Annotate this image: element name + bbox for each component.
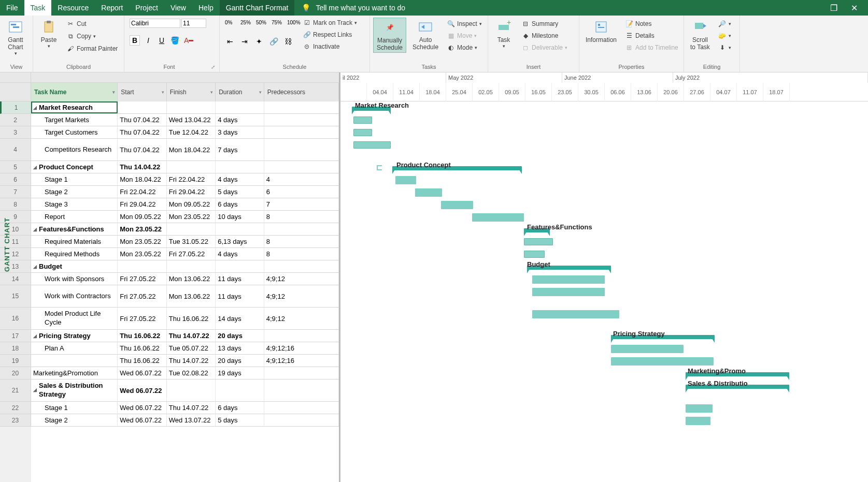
move-button[interactable]: ▦Move ▾ xyxy=(445,31,484,41)
table-cell[interactable] xyxy=(118,260,167,272)
table-cell[interactable] xyxy=(167,161,216,173)
notes-button[interactable]: 📝Notes xyxy=(623,19,680,29)
table-cell[interactable]: Mon 13.06.22 xyxy=(167,273,216,285)
format-painter-button[interactable]: 🖌Format Painter xyxy=(64,43,120,54)
table-cell[interactable]: 6 xyxy=(264,186,339,198)
table-cell[interactable]: Thu 14.07.22 xyxy=(167,355,216,367)
table-cell[interactable]: Fri 27.05.22 xyxy=(118,273,167,285)
table-cell[interactable] xyxy=(264,223,339,235)
row-number[interactable]: 1 xyxy=(0,101,31,114)
table-row[interactable]: Target CustomersThu 07.04.22Tue 12.04.22… xyxy=(31,126,339,139)
task-name-cell[interactable]: Stage 1 xyxy=(31,173,118,185)
table-cell[interactable]: 4 days xyxy=(216,248,264,260)
table-cell[interactable] xyxy=(118,101,167,113)
table-cell[interactable]: 20 days xyxy=(216,355,264,367)
collapse-icon[interactable]: ◢ xyxy=(33,387,37,393)
chevron-down-icon[interactable]: ▾ xyxy=(162,90,164,95)
pct-0-icon[interactable]: 0% xyxy=(225,20,235,30)
table-cell[interactable]: 8 xyxy=(264,248,339,260)
table-row[interactable]: Stage 1Mon 18.04.22Fri 22.04.224 days4 xyxy=(31,173,339,186)
task-name-cell[interactable]: Competitors Research xyxy=(31,139,118,160)
gantt-bar[interactable] xyxy=(532,288,605,296)
table-cell[interactable] xyxy=(216,101,264,113)
table-cell[interactable]: Mon 18.04.22 xyxy=(167,139,216,160)
table-cell[interactable]: 14 days xyxy=(216,308,264,329)
table-cell[interactable]: 4;9;12;16 xyxy=(264,342,339,354)
collapse-icon[interactable]: ◢ xyxy=(33,333,37,339)
table-row[interactable]: Competitors ResearchThu 07.04.22Mon 18.0… xyxy=(31,139,339,161)
information-button[interactable]: Information xyxy=(582,18,620,45)
collapse-icon[interactable]: ◢ xyxy=(33,105,37,110)
tab-file[interactable]: File xyxy=(0,0,24,16)
table-row[interactable]: Stage 1Wed 06.07.22Thu 14.07.226 days xyxy=(31,402,339,414)
mark-on-track-button[interactable]: ☑Mark on Track ▾ xyxy=(301,18,359,28)
col-start[interactable]: Start▾ xyxy=(118,83,167,101)
collapse-icon[interactable]: ◢ xyxy=(33,227,37,232)
table-cell[interactable]: 11 days xyxy=(216,285,264,307)
table-cell[interactable]: Fri 22.04.22 xyxy=(167,173,216,185)
gantt-bar[interactable] xyxy=(353,129,372,136)
close-icon[interactable]: ✕ xyxy=(851,3,858,13)
table-row[interactable]: ◢Sales & Distribution StrategyWed 06.07.… xyxy=(31,379,339,402)
row-number[interactable]: 21 xyxy=(0,379,31,402)
font-size-select[interactable] xyxy=(181,19,206,28)
table-cell[interactable]: Thu 16.06.22 xyxy=(167,308,216,329)
task-name-cell[interactable]: Stage 2 xyxy=(31,186,118,198)
table-cell[interactable]: Mon 09.05.22 xyxy=(167,198,216,210)
table-cell[interactable]: Tue 02.08.22 xyxy=(167,367,216,379)
split-button[interactable]: ✦ xyxy=(254,36,264,47)
task-name-cell[interactable]: ◢Features&Functions xyxy=(31,223,118,235)
table-cell[interactable]: 5 days xyxy=(216,186,264,198)
row-number[interactable]: 4 xyxy=(0,139,31,161)
underline-button[interactable]: U xyxy=(156,35,167,46)
tab-report[interactable]: Report xyxy=(95,0,129,16)
task-name-cell[interactable]: ◢Product Concept xyxy=(31,161,118,173)
table-cell[interactable]: Thu 07.04.22 xyxy=(118,114,167,126)
task-name-cell[interactable]: ◢Sales & Distribution Strategy xyxy=(31,379,118,401)
respect-links-button[interactable]: 🔗Respect Links xyxy=(301,30,359,40)
task-name-cell[interactable]: Stage 3 xyxy=(31,198,118,210)
insert-task-button[interactable]: + Task▾ xyxy=(491,18,516,50)
scroll-to-task-button[interactable]: Scroll to Task xyxy=(687,18,713,52)
table-cell[interactable]: Wed 06.07.22 xyxy=(118,402,167,414)
deliverable-button[interactable]: ◻Deliverable ▾ xyxy=(519,42,570,53)
gantt-bar[interactable] xyxy=(611,345,684,353)
pct-75-icon[interactable]: 75% xyxy=(272,20,282,30)
gantt-bar[interactable] xyxy=(353,116,372,124)
table-cell[interactable]: 4;9;12;16 xyxy=(264,355,339,367)
col-task-name[interactable]: Task Name▾ xyxy=(31,83,118,101)
table-cell[interactable]: 4 xyxy=(264,173,339,185)
row-number[interactable]: 14 xyxy=(0,273,31,285)
table-cell[interactable]: Tue 05.07.22 xyxy=(167,342,216,354)
table-cell[interactable] xyxy=(264,367,339,379)
table-cell[interactable]: 6,13 days xyxy=(216,236,264,247)
table-cell[interactable]: 4;9;12 xyxy=(264,285,339,307)
table-cell[interactable]: Thu 14.07.22 xyxy=(167,402,216,414)
table-row[interactable]: ◢Product ConceptThu 14.04.22 xyxy=(31,161,339,173)
tab-gantt-format[interactable]: Gantt Chart Format xyxy=(220,0,295,16)
task-name-cell[interactable]: Stage 1 xyxy=(31,402,118,414)
table-cell[interactable]: Fri 29.04.22 xyxy=(167,186,216,198)
gantt-bar[interactable] xyxy=(686,417,710,425)
table-cell[interactable]: Fri 27.05.22 xyxy=(167,248,216,260)
table-row[interactable]: Thu 16.06.22Thu 14.07.2220 days4;9;12;16 xyxy=(31,355,339,367)
tab-help[interactable]: Help xyxy=(192,0,220,16)
task-name-cell[interactable]: Work with Sponsors xyxy=(31,273,118,285)
table-row[interactable]: Plan AThu 16.06.22Tue 05.07.2213 days4;9… xyxy=(31,342,339,355)
table-row[interactable]: Target MarketsThu 07.04.22Wed 13.04.224 … xyxy=(31,114,339,126)
col-duration[interactable]: Duration▾ xyxy=(216,83,264,101)
collapse-icon[interactable]: ◢ xyxy=(33,165,37,170)
table-cell[interactable]: Thu 14.07.22 xyxy=(167,330,216,342)
row-number[interactable]: 18 xyxy=(0,342,31,355)
table-cell[interactable]: Mon 18.04.22 xyxy=(118,173,167,185)
table-cell[interactable]: 4;9;12 xyxy=(264,308,339,329)
table-row[interactable]: ◢Features&FunctionsMon 23.05.22 xyxy=(31,223,339,236)
table-cell[interactable] xyxy=(216,379,264,401)
gantt-chart-button[interactable]: Gantt Chart▾ xyxy=(3,18,28,57)
unlink-button[interactable]: ⛓ xyxy=(283,36,293,47)
table-row[interactable]: Stage 2Wed 06.07.22Wed 13.07.225 days xyxy=(31,414,339,427)
bold-button[interactable]: B xyxy=(130,35,140,46)
task-name-cell[interactable]: ◢Market Research xyxy=(31,101,118,113)
task-name-cell[interactable]: ◢Budget xyxy=(31,260,118,272)
table-row[interactable]: ◢Market Research xyxy=(31,101,339,114)
